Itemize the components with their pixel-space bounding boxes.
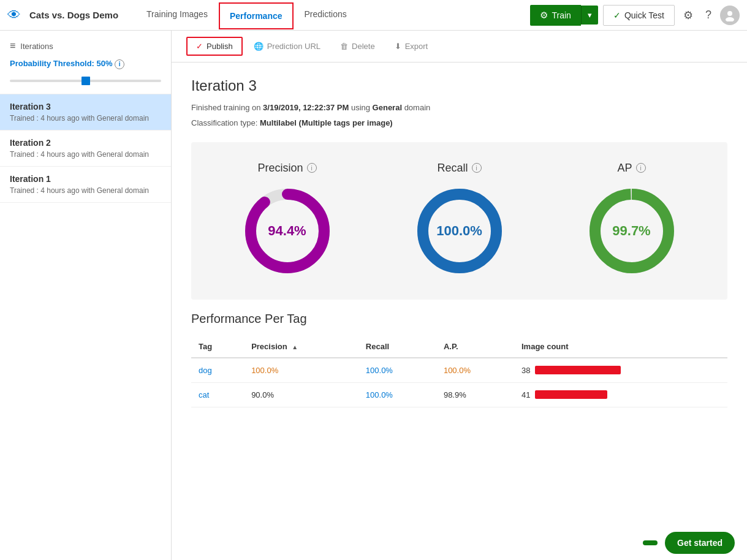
svg-point-0 [727,11,732,16]
globe-icon: 🌐 [254,42,264,51]
prediction-url-button[interactable]: 🌐 Prediction URL [245,38,329,55]
help-icon[interactable]: ? [702,5,715,25]
metrics-section: Precision i 94.4% Recall [191,142,727,300]
cat-bar [535,390,607,399]
legend-item [643,540,658,545]
probability-info-icon[interactable]: i [115,59,124,69]
gear-icon: ⚙ [540,10,548,21]
tag-cat-link[interactable]: cat [199,390,209,399]
cat-ap: 98.9% [436,382,514,407]
perf-per-tag-section: Performance Per Tag Tag Precision ▲ Reca… [191,312,727,407]
publish-button[interactable]: ✓ Publish [186,37,243,56]
recall-metric: Recall i 100.0% [411,162,509,280]
footer-bar: Get started [172,526,747,560]
quick-test-label: Quick Test [624,10,664,20]
iteration-2-title: Iteration 2 [10,138,161,148]
delete-label: Delete [352,42,375,51]
performance-content: Iteration 3 Finished training on 3/19/20… [172,62,747,422]
iteration-3-desc: Trained : 4 hours ago with General domai… [10,114,161,123]
cat-count: 41 [514,382,727,407]
precision-info-icon[interactable]: i [307,163,317,173]
check-icon: ✓ [613,10,621,20]
recall-donut: 100.0% [411,182,509,280]
header: 👁 Cats vs. Dogs Demo Training Images Per… [0,0,747,31]
iteration-3-title: Iteration 3 [10,102,161,112]
train-button[interactable]: ⚙ Train [530,5,580,26]
table-header-row: Tag Precision ▲ Recall A.P. Image count [191,336,727,358]
iteration-meta-classification: Classification type: Multilabel (Multipl… [191,117,727,130]
svg-point-1 [726,17,734,21]
iteration-1-title: Iteration 1 [10,174,161,184]
delete-button[interactable]: 🗑 Delete [332,38,384,55]
perf-per-tag-title: Performance Per Tag [191,312,727,326]
iteration-item-1[interactable]: Iteration 1 Trained : 4 hours ago with G… [0,167,171,203]
header-actions: ⚙ Train ▾ ✓ Quick Test ⚙ ? [530,5,740,26]
export-icon: ⬇ [395,42,401,51]
user-avatar[interactable] [720,6,740,25]
sort-asc-icon: ▲ [292,344,298,350]
recall-label: Recall i [437,162,481,175]
quick-test-button[interactable]: ✓ Quick Test [603,5,675,26]
col-precision[interactable]: Precision ▲ [244,336,358,358]
app-logo: 👁 [7,7,21,23]
iterations-label: Iterations [20,42,53,51]
top-nav: Training Images Performance Predictions [135,0,525,31]
col-tag[interactable]: Tag [191,336,244,358]
dog-bar [535,366,621,374]
iteration-item-3[interactable]: Iteration 3 Trained : 4 hours ago with G… [0,94,171,131]
dog-precision: 100.0% [244,358,358,383]
dog-ap: 100.0% [436,358,514,383]
ap-label: AP i [617,162,645,175]
ap-info-icon[interactable]: i [636,163,646,173]
tag-dog-link[interactable]: dog [199,366,212,375]
col-recall[interactable]: Recall [358,336,436,358]
perf-table: Tag Precision ▲ Recall A.P. Image count … [191,336,727,407]
publish-check-icon: ✓ [196,42,203,51]
probability-value: 50% [97,59,113,68]
legend-color-dot [643,540,658,545]
probability-section: Probability Threshold: 50% i [0,59,171,94]
main-layout: ≡ Iterations Probability Threshold: 50% … [0,31,747,560]
trash-icon: 🗑 [340,42,348,51]
dog-count: 38 [514,358,727,383]
export-label: Export [405,42,428,51]
probability-slider[interactable] [10,80,161,82]
recall-info-icon[interactable]: i [472,163,482,173]
get-started-button[interactable]: Get started [665,532,735,554]
recall-value: 100.0% [436,223,482,239]
publish-label: Publish [207,42,233,51]
iteration-1-desc: Trained : 4 hours ago with General domai… [10,186,161,195]
ap-metric: AP i 99.7% [583,162,681,280]
table-row-cat: cat 90.0% 100.0% 98.9% 41 [191,382,727,407]
precision-label: Precision i [257,162,316,175]
probability-label: Probability Threshold: 50% i [10,59,161,69]
prediction-url-label: Prediction URL [267,42,320,51]
export-button[interactable]: ⬇ Export [386,38,437,55]
precision-metric: Precision i 94.4% [238,162,336,280]
iteration-item-2[interactable]: Iteration 2 Trained : 4 hours ago with G… [0,131,171,167]
col-image-count[interactable]: Image count [514,336,727,358]
settings-icon[interactable]: ⚙ [680,5,697,26]
iterations-icon: ≡ [10,40,15,51]
iteration-2-desc: Trained : 4 hours ago with General domai… [10,150,161,159]
precision-donut: 94.4% [238,182,336,280]
iterations-section-title: ≡ Iterations [0,40,171,59]
col-ap[interactable]: A.P. [436,336,514,358]
iteration-title: Iteration 3 [191,77,727,94]
table-row-dog: dog 100.0% 100.0% 100.0% 38 [191,358,727,383]
nav-performance[interactable]: Performance [219,2,294,29]
sidebar: ≡ Iterations Probability Threshold: 50% … [0,31,172,560]
cat-precision: 90.0% [244,382,358,407]
app-title: Cats vs. Dogs Demo [29,10,118,20]
train-label: Train [552,10,571,20]
ap-value: 99.7% [612,223,650,239]
nav-training-images[interactable]: Training Images [135,0,219,31]
cat-recall: 100.0% [358,382,436,407]
nav-predictions[interactable]: Predictions [294,0,358,31]
train-dropdown-button[interactable]: ▾ [581,6,598,25]
toolbar: ✓ Publish 🌐 Prediction URL 🗑 Delete ⬇ Ex… [172,31,747,62]
ap-donut: 99.7% [583,182,681,280]
iteration-meta-training: Finished training on 3/19/2019, 12:22:37… [191,102,727,115]
dog-recall: 100.0% [358,358,436,383]
main-content: ✓ Publish 🌐 Prediction URL 🗑 Delete ⬇ Ex… [172,31,747,560]
